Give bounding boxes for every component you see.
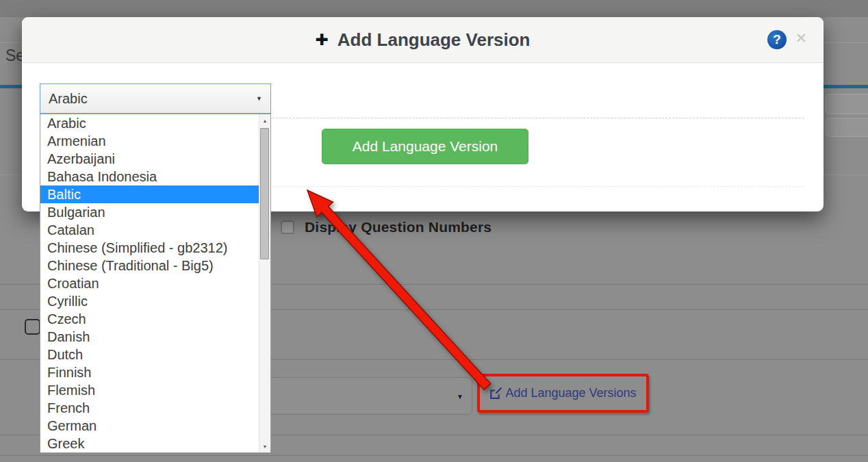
language-option[interactable]: Armenian: [40, 132, 259, 150]
language-option[interactable]: Croatian: [40, 274, 259, 292]
plus-icon: ✚: [316, 32, 329, 48]
page: Se Display Question Numbers ▼ Add Langua…: [0, 0, 868, 462]
language-option[interactable]: Baltic: [40, 185, 259, 203]
add-language-version-button[interactable]: Add Language Version: [322, 129, 528, 164]
language-option[interactable]: Flemish: [40, 381, 259, 399]
language-option[interactable]: Czech: [40, 310, 259, 328]
add-language-versions-link[interactable]: Add Language Versions: [489, 386, 636, 400]
language-select-value: Arabic: [49, 91, 88, 107]
display-question-numbers-label: Display Question Numbers: [305, 219, 492, 235]
language-option[interactable]: Bulgarian: [40, 203, 259, 221]
scroll-down-icon[interactable]: ▼: [259, 440, 270, 452]
scrollbar-thumb[interactable]: [260, 128, 269, 259]
modal-header: ✚ Add Language Version ? ✕: [22, 17, 824, 63]
language-option[interactable]: Arabic: [40, 114, 259, 132]
annotation-highlight-box: Add Language Versions: [477, 374, 649, 413]
modal-title: Add Language Version: [337, 29, 531, 51]
add-language-versions-label: Add Language Versions: [505, 386, 636, 400]
display-question-numbers-checkbox[interactable]: [281, 220, 294, 234]
scroll-up-icon[interactable]: ▲: [259, 114, 270, 127]
chevron-down-icon: ▼: [256, 95, 262, 102]
language-select[interactable]: Arabic ▼: [40, 84, 271, 114]
display-question-numbers-row: Display Question Numbers: [281, 219, 492, 235]
language-option[interactable]: Danish: [40, 328, 259, 346]
language-option[interactable]: Azerbaijani: [40, 150, 259, 168]
language-option[interactable]: Bahasa Indonesia: [40, 168, 259, 185]
language-option[interactable]: Greek: [40, 435, 259, 452]
language-option[interactable]: French: [40, 399, 259, 417]
chevron-down-icon: ▼: [457, 392, 463, 400]
dimmed-side-button: [826, 94, 868, 114]
language-option[interactable]: Catalan: [40, 221, 259, 239]
help-icon[interactable]: ?: [767, 30, 787, 49]
dimmed-top-band: [0, 0, 868, 17]
divider: [0, 455, 868, 456]
background-language-dropdown[interactable]: ▼: [264, 377, 472, 415]
language-option[interactable]: Chinese (Simplified - gb2312): [40, 239, 259, 257]
dimmed-side-button: [826, 118, 868, 137]
close-icon[interactable]: ✕: [795, 31, 807, 45]
language-option[interactable]: German: [40, 417, 259, 435]
edit-square-icon: [489, 387, 502, 400]
language-option[interactable]: Cyrillic: [40, 292, 259, 310]
language-option[interactable]: Dutch: [40, 346, 259, 363]
language-options: ArabicArmenianAzerbaijaniBahasa Indonesi…: [40, 114, 259, 452]
background-checkbox[interactable]: [25, 319, 40, 335]
language-listbox: ArabicArmenianAzerbaijaniBahasa Indonesi…: [40, 114, 271, 453]
listbox-scrollbar[interactable]: ▲ ▼: [259, 114, 270, 452]
language-option[interactable]: Finnish: [40, 363, 259, 381]
language-option[interactable]: Chinese (Traditional - Big5): [40, 257, 259, 274]
